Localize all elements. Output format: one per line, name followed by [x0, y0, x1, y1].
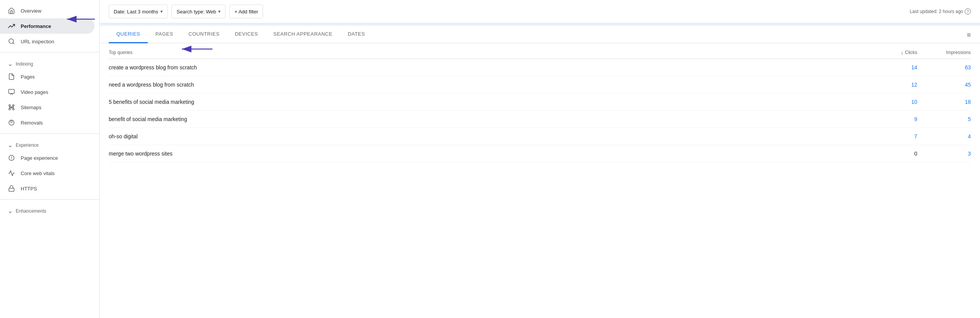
sidebar-divider-2: [0, 133, 99, 134]
sidebar-item-removals[interactable]: Removals: [0, 115, 95, 130]
row-clicks-value: 10: [864, 99, 917, 105]
sidebar-section-indexing[interactable]: ⌄ Indexing: [0, 56, 99, 69]
top-bar-filters: Date: Last 3 months ▾ Search type: Web ▾…: [109, 5, 263, 18]
sidebar-item-video-pages-label: Video pages: [21, 89, 48, 95]
sidebar-item-https[interactable]: HTTPS: [0, 181, 95, 196]
top-bar: Date: Last 3 months ▾ Search type: Web ▾…: [100, 0, 980, 23]
table-row[interactable]: need a wordpress blog from scratch 12 45: [109, 76, 971, 93]
tab-queries[interactable]: QUERIES: [109, 26, 148, 43]
sort-down-icon: ↓: [901, 49, 903, 56]
sidebar-item-removals-label: Removals: [21, 120, 43, 126]
row-clicks-value: 9: [864, 116, 917, 122]
row-impressions-value: 63: [917, 64, 971, 70]
row-query-text: create a wordpress blog from scratch: [109, 64, 864, 70]
sidebar: Overview Performance URL inspection ⌄ In…: [0, 0, 100, 318]
sitemap-icon: [8, 103, 15, 111]
video-icon: [8, 88, 15, 96]
row-impressions-value: 18: [917, 99, 971, 105]
sidebar-item-performance-label: Performance: [21, 23, 51, 29]
document-icon: [8, 73, 15, 80]
sidebar-section-experience-label: Experience: [16, 143, 39, 148]
sidebar-divider-3: [0, 199, 99, 200]
core-web-vitals-icon: [8, 169, 15, 177]
sidebar-item-video-pages[interactable]: Video pages: [0, 84, 95, 100]
row-impressions-value: 45: [917, 82, 971, 88]
sidebar-item-page-experience-label: Page experience: [21, 155, 58, 161]
row-query-text: 5 benefits of social media marketing: [109, 99, 864, 105]
sidebar-item-pages[interactable]: Pages: [0, 69, 95, 84]
col-header-query: Top queries: [109, 50, 864, 55]
row-impressions-value: 5: [917, 116, 971, 122]
tab-devices[interactable]: DEVICES: [227, 26, 266, 43]
sidebar-item-url-inspection-label: URL inspection: [21, 39, 54, 44]
svg-line-1: [13, 43, 14, 44]
svg-rect-2: [9, 89, 15, 93]
table-row[interactable]: create a wordpress blog from scratch 14 …: [109, 59, 971, 76]
sidebar-section-enhancements[interactable]: ⌄ Enhancements: [0, 203, 99, 216]
sidebar-item-url-inspection[interactable]: URL inspection: [0, 34, 95, 49]
filter-list-icon[interactable]: ≡: [967, 31, 971, 39]
tab-dates[interactable]: DATES: [340, 26, 372, 43]
tabs-bar: QUERIES PAGES COUNTRIES DEVICES SEARCH A…: [100, 26, 980, 43]
sidebar-item-core-web-vitals[interactable]: Core web vitals: [0, 166, 95, 181]
date-filter-chevron: ▾: [160, 9, 163, 14]
queries-table: Top queries ↓ Clicks Impressions create …: [100, 43, 980, 318]
row-clicks-value: 0: [864, 151, 917, 157]
sidebar-item-overview-label: Overview: [21, 8, 41, 14]
table-row[interactable]: benefit of social media marketing 9 5: [109, 111, 971, 128]
add-filter-button[interactable]: + Add filter: [229, 5, 263, 18]
search-type-filter-label: Search type: Web: [176, 9, 216, 15]
tab-search-appearance[interactable]: SEARCH APPEARANCE: [266, 26, 340, 43]
row-clicks-value: 7: [864, 133, 917, 139]
sidebar-divider-1: [0, 52, 99, 52]
trending-up-icon: [8, 22, 15, 30]
search-icon: [8, 38, 15, 45]
last-updated-text: Last updated: 2 hours ago ?: [910, 8, 971, 15]
tab-pages[interactable]: PAGES: [148, 26, 181, 43]
row-impressions-value: 4: [917, 133, 971, 139]
date-filter-label: Date: Last 3 months: [114, 9, 158, 15]
lock-icon: [8, 185, 15, 192]
row-impressions-value: 3: [917, 151, 971, 157]
home-icon: [8, 7, 15, 15]
tabs-actions: ≡: [967, 31, 971, 43]
row-query-text: merge two wordpress sites: [109, 151, 864, 157]
sidebar-item-overview[interactable]: Overview: [0, 3, 95, 18]
main-content: Date: Last 3 months ▾ Search type: Web ▾…: [100, 0, 980, 318]
chevron-down-icon-3: ⌄: [8, 207, 13, 215]
svg-rect-20: [9, 188, 14, 191]
date-filter-chip[interactable]: Date: Last 3 months ▾: [109, 5, 168, 18]
col-header-impressions[interactable]: Impressions: [917, 50, 971, 55]
sidebar-section-experience[interactable]: ⌄ Experience: [0, 137, 99, 150]
sidebar-section-indexing-label: Indexing: [16, 61, 33, 67]
sidebar-item-page-experience[interactable]: Page experience: [0, 150, 95, 166]
row-query-text: benefit of social media marketing: [109, 116, 864, 122]
search-type-filter-chevron: ▾: [218, 9, 220, 14]
row-clicks-value: 12: [864, 82, 917, 88]
chevron-down-icon-2: ⌄: [8, 141, 13, 149]
col-header-clicks[interactable]: ↓ Clicks: [864, 49, 917, 56]
sidebar-item-pages-label: Pages: [21, 74, 35, 80]
sidebar-item-performance[interactable]: Performance: [0, 18, 95, 34]
row-clicks-value: 14: [864, 64, 917, 70]
sidebar-section-enhancements-label: Enhancements: [16, 208, 46, 214]
table-row[interactable]: merge two wordpress sites 0 3: [109, 145, 971, 162]
sidebar-item-https-label: HTTPS: [21, 186, 37, 192]
add-filter-label: + Add filter: [234, 9, 258, 15]
row-query-text: oh-so digital: [109, 133, 864, 139]
sidebar-item-sitemaps-label: Sitemaps: [21, 105, 41, 110]
table-row[interactable]: 5 benefits of social media marketing 10 …: [109, 93, 971, 111]
search-type-filter-chip[interactable]: Search type: Web ▾: [172, 5, 225, 18]
chevron-down-icon: ⌄: [8, 60, 13, 67]
sidebar-item-sitemaps[interactable]: Sitemaps: [0, 100, 95, 115]
table-row[interactable]: oh-so digital 7 4: [109, 128, 971, 145]
table-header: Top queries ↓ Clicks Impressions: [109, 43, 971, 59]
sidebar-item-core-web-vitals-label: Core web vitals: [21, 170, 55, 176]
tab-countries[interactable]: COUNTRIES: [181, 26, 227, 43]
row-query-text: need a wordpress blog from scratch: [109, 82, 864, 88]
removals-icon: [8, 119, 15, 126]
help-icon[interactable]: ?: [965, 8, 971, 15]
page-experience-icon: [8, 154, 15, 162]
